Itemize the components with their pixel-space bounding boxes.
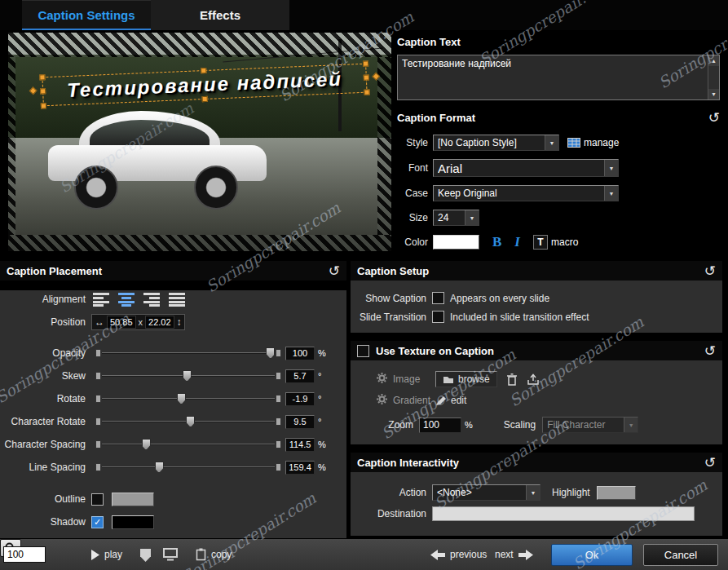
opacity-unit: % [318, 348, 329, 358]
slider-max-stop[interactable] [276, 463, 281, 471]
resize-handle[interactable] [41, 103, 46, 108]
align-justify-icon[interactable] [167, 292, 187, 307]
reset-texture-icon[interactable]: ↺ [704, 344, 716, 358]
line-spacing-value[interactable]: 159.4 [285, 461, 315, 475]
slider-max-stop[interactable] [276, 372, 281, 380]
opacity-value[interactable]: 100 [285, 347, 315, 360]
slider-max-stop[interactable] [276, 395, 281, 403]
slider-handle[interactable] [177, 393, 186, 404]
resize-handle[interactable] [39, 74, 45, 80]
character-rotate-slider[interactable] [95, 415, 281, 428]
texture-zoom-input[interactable] [419, 418, 461, 433]
slider-min-stop[interactable] [95, 395, 101, 403]
slide-transition-checkbox[interactable] [432, 311, 444, 323]
ok-button[interactable]: Ok [551, 544, 633, 566]
destination-input[interactable] [432, 506, 695, 521]
tab-caption-settings[interactable]: Caption Settings [22, 0, 151, 30]
textarea-scrollbar[interactable]: ▲ ▼ [708, 55, 719, 99]
slider-min-stop[interactable] [95, 440, 101, 448]
slider-handle[interactable] [186, 416, 195, 427]
reset-format-icon[interactable]: ↺ [708, 111, 720, 125]
reset-placement-icon[interactable]: ↺ [329, 264, 340, 278]
macro-label[interactable]: macro [551, 236, 578, 248]
edit-gradient-button[interactable]: edit [435, 395, 466, 406]
next-button[interactable]: next [495, 549, 533, 560]
resize-handle[interactable] [363, 61, 368, 67]
font-color-swatch[interactable] [433, 235, 479, 250]
use-texture-checkbox[interactable] [357, 345, 369, 357]
slider-handle[interactable] [266, 347, 275, 359]
skew-slider[interactable] [95, 369, 281, 382]
preview-car [42, 107, 303, 207]
slider-handle[interactable] [155, 462, 164, 473]
shadow-color-swatch[interactable] [112, 515, 154, 529]
font-dropdown[interactable]: Arial ▼ [433, 159, 619, 177]
rotate-slider[interactable] [95, 392, 281, 405]
slider-min-stop[interactable] [95, 349, 101, 357]
slider-handle[interactable] [183, 370, 192, 382]
rotate-value[interactable]: -1.9 [285, 392, 315, 406]
cancel-button[interactable]: Cancel [643, 544, 718, 566]
browse-button[interactable]: browse [435, 371, 497, 387]
character-spacing-value[interactable]: 114.5 [285, 438, 315, 452]
shadow-checkbox[interactable]: ✓ [91, 516, 104, 528]
resize-handle[interactable] [364, 75, 369, 81]
copy-button[interactable]: copy [196, 548, 232, 561]
case-dropdown[interactable]: Keep Original ▼ [433, 185, 619, 201]
slider-max-stop[interactable] [276, 418, 281, 426]
caption-setup-title: Caption Setup [357, 265, 429, 277]
position-widget[interactable]: ↔ 50.85 x 22.02 ↕ [91, 314, 185, 330]
slider-min-stop[interactable] [95, 418, 101, 426]
slider-handle[interactable] [142, 439, 151, 450]
position-x-value[interactable]: 50.85 [107, 316, 136, 329]
resize-handle[interactable] [202, 96, 208, 102]
car-wheel [194, 166, 238, 210]
reset-interactivity-icon[interactable]: ↺ [704, 456, 716, 470]
action-dropdown[interactable]: <None> ▼ [432, 484, 540, 501]
scroll-up-icon[interactable]: ▲ [708, 55, 719, 66]
resize-handle[interactable] [364, 90, 369, 95]
slide-preview[interactable]: Тестирование надписей [8, 33, 391, 251]
previous-button[interactable]: previous [430, 549, 487, 560]
outline-checkbox[interactable] [91, 493, 104, 506]
caption-text-title: Caption Text [397, 36, 720, 52]
reset-setup-icon[interactable]: ↺ [704, 264, 716, 278]
resize-handle[interactable] [40, 88, 46, 94]
align-left-icon[interactable] [91, 292, 111, 307]
character-rotate-value[interactable]: 9.5 [285, 415, 315, 429]
bold-button[interactable]: B [492, 234, 501, 250]
skew-value[interactable]: 5.7 [285, 369, 315, 383]
outline-color-swatch[interactable] [112, 493, 154, 506]
export-texture-button[interactable] [527, 373, 540, 386]
slider-min-stop[interactable] [95, 372, 101, 380]
resize-handle[interactable] [201, 68, 206, 73]
show-caption-checkbox[interactable] [432, 292, 444, 304]
size-dropdown[interactable]: 24 ▼ [433, 210, 479, 226]
opacity-slider[interactable] [95, 347, 281, 360]
highlight-color-swatch[interactable] [597, 486, 636, 500]
macro-button[interactable]: T [533, 235, 548, 250]
check-icon: ✓ [94, 517, 101, 528]
position-y-value[interactable]: 22.02 [145, 316, 174, 329]
align-right-icon[interactable] [142, 292, 161, 307]
next-label: next [495, 549, 514, 560]
scaling-dropdown[interactable]: Fill Character ▼ [542, 417, 638, 433]
preview-zoom-input[interactable] [3, 546, 46, 563]
scroll-down-icon[interactable]: ▼ [708, 89, 719, 99]
style-dropdown[interactable]: [No Caption Style] ▼ [433, 135, 559, 151]
caption-placement-title: Caption Placement [7, 265, 102, 277]
manage-styles-button[interactable]: manage [567, 137, 619, 148]
align-center-icon[interactable] [117, 292, 136, 307]
line-spacing-slider[interactable] [95, 461, 281, 474]
fullscreen-button[interactable] [163, 548, 178, 561]
slider-max-stop[interactable] [276, 440, 281, 448]
italic-button[interactable]: I [514, 234, 520, 250]
flag-button[interactable] [140, 549, 151, 562]
caption-text-input[interactable]: Тестирование надписей [397, 55, 720, 100]
tab-effects[interactable]: Effects [151, 0, 289, 30]
play-button[interactable]: play [91, 549, 122, 560]
delete-texture-button[interactable] [507, 373, 517, 386]
character-spacing-slider[interactable] [95, 438, 281, 451]
slider-max-stop[interactable] [276, 349, 281, 357]
slider-min-stop[interactable] [95, 463, 101, 471]
